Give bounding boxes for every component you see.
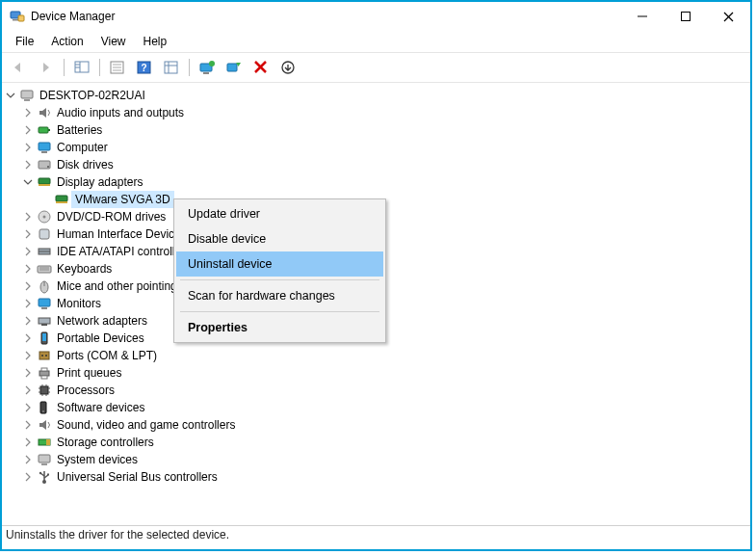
minimize-button[interactable] bbox=[620, 2, 664, 31]
svg-rect-55 bbox=[39, 352, 49, 359]
ide-icon bbox=[37, 244, 52, 259]
details-button[interactable] bbox=[160, 56, 183, 79]
tree-item-label: Print queues bbox=[54, 365, 124, 381]
tree-item-label: Display adapters bbox=[54, 174, 145, 190]
tree-item-label: Keyboards bbox=[54, 261, 115, 277]
help-button[interactable]: ? bbox=[133, 56, 156, 79]
tree-item[interactable]: Print queues bbox=[21, 364, 748, 382]
tree-item[interactable]: System devices bbox=[21, 451, 748, 468]
chevron-right-icon[interactable] bbox=[21, 383, 35, 397]
svg-rect-38 bbox=[56, 201, 67, 203]
tree-item[interactable]: Audio inputs and outputs bbox=[21, 104, 748, 121]
ctx-properties[interactable]: Properties bbox=[176, 315, 383, 340]
svg-rect-31 bbox=[39, 143, 50, 150]
tree-item-label: Ports (COM & LPT) bbox=[54, 348, 160, 363]
forward-button[interactable] bbox=[35, 56, 58, 79]
chevron-right-icon[interactable] bbox=[21, 436, 35, 449]
toolbar-divider bbox=[99, 59, 100, 76]
tree-root[interactable]: DESKTOP-02R2UAI bbox=[4, 87, 748, 104]
menu-view[interactable]: View bbox=[93, 33, 134, 50]
chevron-right-icon[interactable] bbox=[21, 141, 35, 154]
tree-item-label: Sound, video and game controllers bbox=[54, 417, 238, 433]
tree-item[interactable]: Batteries bbox=[21, 121, 748, 139]
tree-item-display-adapters[interactable]: Display adapters bbox=[21, 173, 748, 191]
show-hide-console-button[interactable] bbox=[70, 56, 93, 79]
toolbar-divider bbox=[64, 59, 65, 76]
svg-rect-41 bbox=[39, 229, 49, 239]
printer-icon bbox=[37, 365, 52, 381]
chevron-right-icon[interactable] bbox=[21, 106, 35, 119]
tree-item-label: Batteries bbox=[54, 122, 105, 138]
svg-rect-73 bbox=[46, 439, 50, 445]
svg-rect-49 bbox=[39, 299, 50, 306]
toolbar: ? bbox=[2, 53, 750, 83]
tree-item-label: Monitors bbox=[54, 296, 104, 311]
chevron-right-icon[interactable] bbox=[21, 245, 35, 258]
chevron-right-icon[interactable] bbox=[21, 470, 35, 484]
chevron-right-icon[interactable] bbox=[21, 366, 35, 380]
context-menu: Update driver Disable device Uninstall d… bbox=[173, 198, 386, 343]
usb-icon bbox=[37, 469, 52, 485]
close-button[interactable] bbox=[707, 2, 750, 31]
svg-rect-50 bbox=[41, 307, 47, 309]
update-driver-button[interactable] bbox=[196, 56, 219, 79]
chevron-right-icon[interactable] bbox=[21, 123, 35, 137]
tree-item[interactable]: Universal Serial Bus controllers bbox=[21, 468, 748, 486]
device-tree[interactable]: DESKTOP-02R2UAI Audio inputs and outputs… bbox=[2, 83, 750, 525]
ctx-scan-hardware[interactable]: Scan for hardware changes bbox=[176, 283, 383, 308]
tree-item[interactable]: Ports (COM & LPT) bbox=[21, 347, 748, 364]
tree-item[interactable]: Storage controllers bbox=[21, 434, 748, 451]
tree-item[interactable]: Software devices bbox=[21, 399, 748, 416]
svg-point-57 bbox=[45, 355, 47, 357]
svg-rect-23 bbox=[227, 64, 237, 71]
svg-rect-1 bbox=[13, 19, 18, 21]
chevron-right-icon[interactable] bbox=[21, 349, 35, 362]
tree-item-vmware-svga[interactable]: VMware SVGA 3D bbox=[39, 191, 748, 208]
chevron-right-icon[interactable] bbox=[21, 314, 35, 328]
chevron-right-icon[interactable] bbox=[21, 227, 35, 241]
svg-rect-59 bbox=[41, 368, 47, 371]
chevron-right-icon[interactable] bbox=[21, 210, 35, 224]
chevron-right-icon[interactable] bbox=[21, 262, 35, 276]
tree-root-label: DESKTOP-02R2UAI bbox=[37, 88, 148, 103]
back-button[interactable] bbox=[8, 56, 31, 79]
tree-item[interactable]: Disk drives bbox=[21, 156, 748, 173]
tree-item[interactable]: Sound, video and game controllers bbox=[21, 416, 748, 434]
chevron-right-icon[interactable] bbox=[21, 158, 35, 172]
chevron-right-icon[interactable] bbox=[21, 297, 35, 310]
chevron-right-icon[interactable] bbox=[21, 279, 35, 293]
chevron-down-icon[interactable] bbox=[4, 89, 17, 102]
svg-rect-37 bbox=[56, 196, 67, 201]
chevron-down-icon[interactable] bbox=[21, 175, 35, 189]
chevron-right-icon[interactable] bbox=[21, 401, 35, 414]
scan-button[interactable] bbox=[222, 56, 246, 79]
keyboard-icon bbox=[37, 261, 52, 277]
enable-button[interactable] bbox=[276, 56, 300, 79]
chevron-right-icon[interactable] bbox=[21, 453, 35, 466]
svg-point-56 bbox=[41, 355, 43, 357]
svg-point-40 bbox=[43, 216, 46, 219]
svg-point-22 bbox=[209, 61, 215, 66]
svg-rect-61 bbox=[40, 386, 48, 394]
svg-rect-58 bbox=[39, 371, 49, 376]
uninstall-button[interactable] bbox=[249, 56, 273, 79]
menu-file[interactable]: File bbox=[8, 33, 41, 50]
status-text: Uninstalls the driver for the selected d… bbox=[6, 528, 229, 542]
svg-point-34 bbox=[47, 166, 49, 168]
svg-rect-35 bbox=[39, 178, 50, 184]
tree-item-label: Disk drives bbox=[54, 157, 117, 172]
chevron-right-icon[interactable] bbox=[21, 418, 35, 432]
ctx-disable-device[interactable]: Disable device bbox=[176, 226, 383, 251]
maximize-button[interactable] bbox=[664, 2, 707, 31]
software-device-icon bbox=[37, 400, 52, 415]
ctx-update-driver[interactable]: Update driver bbox=[176, 201, 383, 226]
tree-item[interactable]: Computer bbox=[21, 139, 748, 156]
ctx-uninstall-device[interactable]: Uninstall device bbox=[176, 251, 383, 277]
tree-item[interactable]: Processors bbox=[21, 382, 748, 399]
chevron-right-icon[interactable] bbox=[21, 331, 35, 345]
menu-help[interactable]: Help bbox=[136, 33, 175, 50]
menu-action[interactable]: Action bbox=[43, 33, 91, 50]
properties-button[interactable] bbox=[106, 56, 129, 79]
disk-icon bbox=[37, 157, 52, 172]
tree-item-label: Network adapters bbox=[54, 313, 150, 329]
